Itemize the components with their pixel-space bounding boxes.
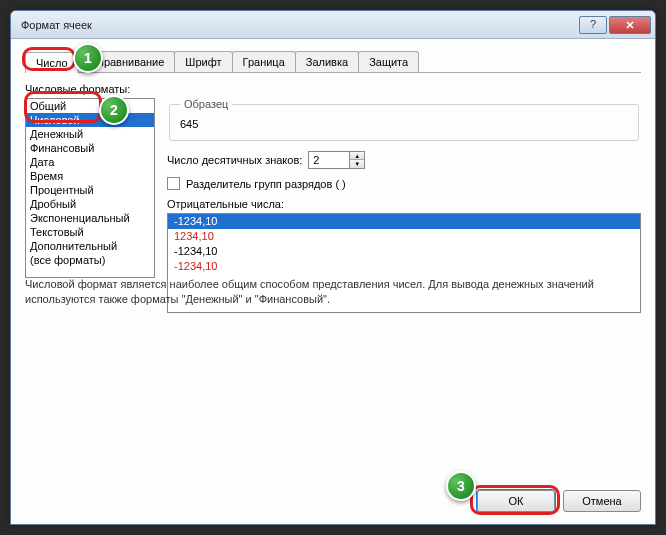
sample-group: Образец 645 [169, 98, 639, 141]
spinner-up-icon[interactable]: ▲ [350, 152, 364, 160]
format-description: Числовой формат является наиболее общим … [25, 277, 641, 307]
list-item[interactable]: (все форматы) [26, 253, 154, 267]
sample-value: 645 [180, 118, 628, 130]
decimals-spinner[interactable]: ▲ ▼ [308, 151, 365, 169]
list-item[interactable]: Общий [26, 99, 154, 113]
list-item[interactable]: -1234,10 [168, 259, 640, 274]
decimals-label: Число десятичных знаков: [167, 154, 302, 166]
cancel-button[interactable]: Отмена [563, 490, 641, 512]
annotation-marker-2: 2 [99, 95, 129, 125]
list-item[interactable]: Дробный [26, 197, 154, 211]
close-button[interactable] [609, 16, 651, 34]
tab-border[interactable]: Граница [232, 51, 296, 72]
thousands-checkbox[interactable] [167, 177, 180, 190]
list-item[interactable]: Дополнительный [26, 239, 154, 253]
window-title: Формат ячеек [21, 19, 579, 31]
tab-strip: Число Выравнивание Шрифт Граница Заливка… [25, 51, 641, 73]
format-category-list[interactable]: Общий Числовой Денежный Финансовый Дата … [25, 98, 155, 278]
annotation-marker-3: 3 [446, 471, 476, 501]
tab-protection[interactable]: Защита [358, 51, 419, 72]
tab-fill[interactable]: Заливка [295, 51, 359, 72]
list-item[interactable]: Текстовый [26, 225, 154, 239]
list-item[interactable]: Экспоненциальный [26, 211, 154, 225]
tab-number[interactable]: Число [25, 52, 79, 73]
list-item[interactable]: Финансовый [26, 141, 154, 155]
help-button[interactable]: ? [579, 16, 607, 34]
decimals-input[interactable] [309, 152, 349, 168]
list-item[interactable]: 1234,10 [168, 229, 640, 244]
tab-font[interactable]: Шрифт [174, 51, 232, 72]
thousands-label: Разделитель групп разрядов ( ) [186, 178, 346, 190]
sample-label: Образец [180, 98, 232, 110]
list-item[interactable]: -1234,10 [168, 214, 640, 229]
list-item[interactable]: Процентный [26, 183, 154, 197]
list-item[interactable]: Дата [26, 155, 154, 169]
spinner-down-icon[interactable]: ▼ [350, 160, 364, 168]
titlebar[interactable]: Формат ячеек ? [11, 11, 655, 39]
format-cells-dialog: Формат ячеек ? Число Выравнивание Шрифт … [10, 10, 656, 525]
negative-label: Отрицательные числа: [167, 198, 641, 210]
ok-button[interactable]: ОК [477, 490, 555, 512]
list-item[interactable]: Денежный [26, 127, 154, 141]
list-item[interactable]: Время [26, 169, 154, 183]
annotation-marker-1: 1 [73, 43, 103, 73]
list-item[interactable]: Числовой [26, 113, 154, 127]
formats-label: Числовые форматы: [25, 83, 641, 95]
svg-text:?: ? [590, 20, 596, 30]
list-item[interactable]: -1234,10 [168, 244, 640, 259]
